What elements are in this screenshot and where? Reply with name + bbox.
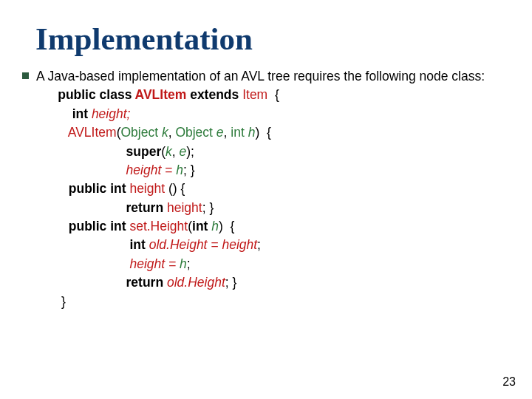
assign-height: height = xyxy=(129,256,180,271)
semi: ; xyxy=(257,237,261,252)
pname: k xyxy=(162,125,168,140)
kw-public: public xyxy=(69,181,110,196)
kw-extends: extends xyxy=(186,87,242,102)
pname: e xyxy=(216,125,224,140)
super-name: Item xyxy=(242,87,267,102)
method-height: height xyxy=(129,181,165,196)
kw-public: public xyxy=(69,219,110,233)
content: A Java-based implementation of an AVL tr… xyxy=(36,67,485,311)
pname: h xyxy=(211,219,219,233)
ctor: AVLItem xyxy=(68,125,117,140)
kw-int: int xyxy=(72,106,92,121)
comma: , xyxy=(168,125,176,140)
tail: ; } xyxy=(225,275,237,290)
semi: ; xyxy=(187,256,191,271)
method-setheight: set.Height xyxy=(129,219,188,233)
kw-return: return xyxy=(126,200,167,215)
brace: { xyxy=(180,181,185,196)
pname: e xyxy=(180,144,187,159)
ptype: Object xyxy=(120,125,161,140)
kw-int: int xyxy=(129,237,149,252)
page-number: 23 xyxy=(502,375,516,389)
ptype: int xyxy=(231,125,248,140)
comma: , xyxy=(172,144,180,159)
kw-int: int xyxy=(110,219,129,233)
pname: h xyxy=(180,256,187,271)
pname: h xyxy=(248,125,256,140)
pname: k xyxy=(166,144,172,159)
oldheight-ret: old.Height xyxy=(167,275,225,290)
parens: () xyxy=(165,181,180,196)
comma: , xyxy=(224,125,231,140)
tail: ; } xyxy=(183,163,195,177)
brace: { xyxy=(267,87,279,102)
close-brace: } xyxy=(61,294,66,309)
code-block: public class AVLItem extends Item { int … xyxy=(36,86,485,311)
field-height: height; xyxy=(92,106,131,121)
kw-public-class: public class xyxy=(58,87,134,102)
class-name: AVLItem xyxy=(135,87,187,102)
tail: ; } xyxy=(202,200,214,215)
brace: { xyxy=(223,219,235,233)
pname: h xyxy=(176,163,183,177)
bullet-icon xyxy=(22,72,29,79)
oldheight: old.Height = height xyxy=(149,237,257,252)
slide: Implementation A Java-based implementati… xyxy=(0,0,532,311)
assign-height: height = xyxy=(126,163,177,177)
brace: { xyxy=(259,125,271,140)
semi: ; xyxy=(191,144,194,159)
slide-body: A Java-based implementation of an AVL tr… xyxy=(22,67,510,311)
ptype-int: int xyxy=(192,219,211,233)
ret-height: height xyxy=(167,200,202,215)
kw-return: return xyxy=(126,275,167,290)
kw-int: int xyxy=(110,181,129,196)
kw-super: super xyxy=(126,144,162,159)
ptype: Object xyxy=(175,125,216,140)
slide-title: Implementation xyxy=(35,21,510,57)
intro-text: A Java-based implementation of an AVL tr… xyxy=(36,67,485,86)
